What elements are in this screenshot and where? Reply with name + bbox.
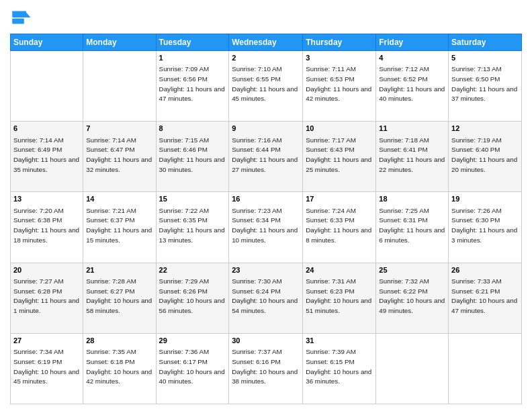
calendar-cell: 28Sunrise: 7:35 AMSunset: 6:18 PMDayligh… — [83, 333, 156, 404]
day-number: 3 — [306, 53, 373, 63]
logo-icon — [10, 7, 32, 28]
calendar-cell: 10Sunrise: 7:17 AMSunset: 6:43 PMDayligh… — [303, 122, 376, 192]
day-info: Sunrise: 7:14 AMSunset: 6:47 PMDaylight:… — [86, 136, 152, 173]
day-info: Sunrise: 7:10 AMSunset: 6:55 PMDaylight:… — [232, 65, 298, 102]
day-info: Sunrise: 7:20 AMSunset: 6:38 PMDaylight:… — [13, 207, 79, 244]
calendar-cell: 6Sunrise: 7:14 AMSunset: 6:49 PMDaylight… — [11, 122, 83, 192]
day-info: Sunrise: 7:30 AMSunset: 6:24 PMDaylight:… — [232, 277, 298, 314]
calendar-week-2: 6Sunrise: 7:14 AMSunset: 6:49 PMDaylight… — [11, 122, 522, 192]
calendar-cell — [83, 51, 156, 122]
calendar-cell: 3Sunrise: 7:11 AMSunset: 6:53 PMDaylight… — [303, 51, 376, 122]
calendar-week-4: 20Sunrise: 7:27 AMSunset: 6:28 PMDayligh… — [11, 263, 522, 333]
day-number: 8 — [159, 124, 226, 134]
day-info: Sunrise: 7:29 AMSunset: 6:26 PMDaylight:… — [159, 277, 225, 314]
day-number: 14 — [86, 194, 152, 204]
day-info: Sunrise: 7:25 AMSunset: 6:31 PMDaylight:… — [379, 207, 445, 244]
day-number: 31 — [306, 336, 373, 346]
day-number: 30 — [232, 336, 300, 346]
calendar-cell: 11Sunrise: 7:18 AMSunset: 6:41 PMDayligh… — [376, 122, 449, 192]
day-number: 25 — [379, 265, 445, 275]
day-info: Sunrise: 7:35 AMSunset: 6:18 PMDaylight:… — [86, 348, 152, 385]
calendar-cell: 21Sunrise: 7:28 AMSunset: 6:27 PMDayligh… — [83, 263, 156, 333]
day-info: Sunrise: 7:23 AMSunset: 6:34 PMDaylight:… — [232, 207, 298, 244]
calendar-header-saturday: Saturday — [449, 34, 522, 51]
calendar-header-row: SundayMondayTuesdayWednesdayThursdayFrid… — [11, 34, 522, 51]
calendar-header-thursday: Thursday — [303, 34, 376, 51]
calendar-table: SundayMondayTuesdayWednesdayThursdayFrid… — [10, 34, 522, 404]
header — [10, 7, 522, 28]
day-number: 1 — [159, 53, 226, 63]
calendar-cell — [376, 333, 449, 404]
day-number: 20 — [13, 265, 80, 275]
svg-rect-1 — [12, 11, 26, 17]
day-number: 4 — [379, 53, 445, 63]
calendar-cell: 1Sunrise: 7:09 AMSunset: 6:56 PMDaylight… — [156, 51, 229, 122]
day-number: 26 — [451, 265, 519, 275]
calendar-cell: 5Sunrise: 7:13 AMSunset: 6:50 PMDaylight… — [449, 51, 522, 122]
calendar-cell: 15Sunrise: 7:22 AMSunset: 6:35 PMDayligh… — [156, 192, 229, 263]
calendar-week-5: 27Sunrise: 7:34 AMSunset: 6:19 PMDayligh… — [11, 333, 522, 404]
day-number: 21 — [86, 265, 152, 275]
day-number: 5 — [451, 53, 519, 63]
calendar-cell: 19Sunrise: 7:26 AMSunset: 6:30 PMDayligh… — [449, 192, 522, 263]
calendar-cell: 29Sunrise: 7:36 AMSunset: 6:17 PMDayligh… — [156, 333, 229, 404]
day-number: 27 — [13, 336, 80, 346]
day-info: Sunrise: 7:15 AMSunset: 6:46 PMDaylight:… — [159, 136, 225, 173]
day-info: Sunrise: 7:16 AMSunset: 6:44 PMDaylight:… — [232, 136, 298, 173]
day-info: Sunrise: 7:27 AMSunset: 6:28 PMDaylight:… — [13, 277, 79, 314]
day-info: Sunrise: 7:11 AMSunset: 6:53 PMDaylight:… — [306, 65, 371, 102]
day-number: 9 — [232, 124, 300, 134]
calendar-cell: 9Sunrise: 7:16 AMSunset: 6:44 PMDaylight… — [229, 122, 303, 192]
calendar-cell: 16Sunrise: 7:23 AMSunset: 6:34 PMDayligh… — [229, 192, 303, 263]
day-info: Sunrise: 7:37 AMSunset: 6:16 PMDaylight:… — [232, 348, 298, 385]
day-number: 11 — [379, 124, 445, 134]
day-info: Sunrise: 7:13 AMSunset: 6:50 PMDaylight:… — [451, 65, 517, 102]
day-info: Sunrise: 7:09 AMSunset: 6:56 PMDaylight:… — [159, 65, 225, 102]
day-info: Sunrise: 7:33 AMSunset: 6:21 PMDaylight:… — [451, 277, 517, 314]
calendar-header-friday: Friday — [376, 34, 449, 51]
calendar-cell: 25Sunrise: 7:32 AMSunset: 6:22 PMDayligh… — [376, 263, 449, 333]
calendar-cell: 20Sunrise: 7:27 AMSunset: 6:28 PMDayligh… — [11, 263, 83, 333]
calendar-cell: 26Sunrise: 7:33 AMSunset: 6:21 PMDayligh… — [449, 263, 522, 333]
day-info: Sunrise: 7:21 AMSunset: 6:37 PMDaylight:… — [86, 207, 152, 244]
calendar-cell: 18Sunrise: 7:25 AMSunset: 6:31 PMDayligh… — [376, 192, 449, 263]
day-info: Sunrise: 7:34 AMSunset: 6:19 PMDaylight:… — [13, 348, 79, 385]
day-info: Sunrise: 7:14 AMSunset: 6:49 PMDaylight:… — [13, 136, 79, 173]
calendar-cell: 13Sunrise: 7:20 AMSunset: 6:38 PMDayligh… — [11, 192, 83, 263]
day-number: 24 — [306, 265, 373, 275]
calendar-cell: 22Sunrise: 7:29 AMSunset: 6:26 PMDayligh… — [156, 263, 229, 333]
day-number: 6 — [13, 124, 80, 134]
calendar-cell: 30Sunrise: 7:37 AMSunset: 6:16 PMDayligh… — [229, 333, 303, 404]
day-info: Sunrise: 7:39 AMSunset: 6:15 PMDaylight:… — [306, 348, 371, 385]
day-number: 17 — [306, 194, 373, 204]
day-info: Sunrise: 7:22 AMSunset: 6:35 PMDaylight:… — [159, 207, 225, 244]
calendar-header-wednesday: Wednesday — [229, 34, 303, 51]
calendar-header-monday: Monday — [83, 34, 156, 51]
day-number: 19 — [451, 194, 519, 204]
day-info: Sunrise: 7:18 AMSunset: 6:41 PMDaylight:… — [379, 136, 445, 173]
day-info: Sunrise: 7:12 AMSunset: 6:52 PMDaylight:… — [379, 65, 445, 102]
day-info: Sunrise: 7:17 AMSunset: 6:43 PMDaylight:… — [306, 136, 371, 173]
day-info: Sunrise: 7:36 AMSunset: 6:17 PMDaylight:… — [159, 348, 225, 385]
calendar-cell — [449, 333, 522, 404]
day-number: 29 — [159, 336, 226, 346]
calendar-cell: 24Sunrise: 7:31 AMSunset: 6:23 PMDayligh… — [303, 263, 376, 333]
calendar-cell: 14Sunrise: 7:21 AMSunset: 6:37 PMDayligh… — [83, 192, 156, 263]
day-info: Sunrise: 7:24 AMSunset: 6:33 PMDaylight:… — [306, 207, 371, 244]
day-number: 23 — [232, 265, 300, 275]
calendar-header-tuesday: Tuesday — [156, 34, 229, 51]
calendar-week-1: 1Sunrise: 7:09 AMSunset: 6:56 PMDaylight… — [11, 51, 522, 122]
day-number: 13 — [13, 194, 80, 204]
calendar-cell: 12Sunrise: 7:19 AMSunset: 6:40 PMDayligh… — [449, 122, 522, 192]
day-number: 10 — [306, 124, 373, 134]
calendar-cell: 7Sunrise: 7:14 AMSunset: 6:47 PMDaylight… — [83, 122, 156, 192]
calendar-cell: 17Sunrise: 7:24 AMSunset: 6:33 PMDayligh… — [303, 192, 376, 263]
day-number: 22 — [159, 265, 226, 275]
day-number: 16 — [232, 194, 300, 204]
calendar-cell: 2Sunrise: 7:10 AMSunset: 6:55 PMDaylight… — [229, 51, 303, 122]
day-number: 7 — [86, 124, 152, 134]
day-info: Sunrise: 7:19 AMSunset: 6:40 PMDaylight:… — [451, 136, 517, 173]
svg-rect-2 — [12, 19, 24, 24]
calendar-cell: 4Sunrise: 7:12 AMSunset: 6:52 PMDaylight… — [376, 51, 449, 122]
calendar-week-3: 13Sunrise: 7:20 AMSunset: 6:38 PMDayligh… — [11, 192, 522, 263]
